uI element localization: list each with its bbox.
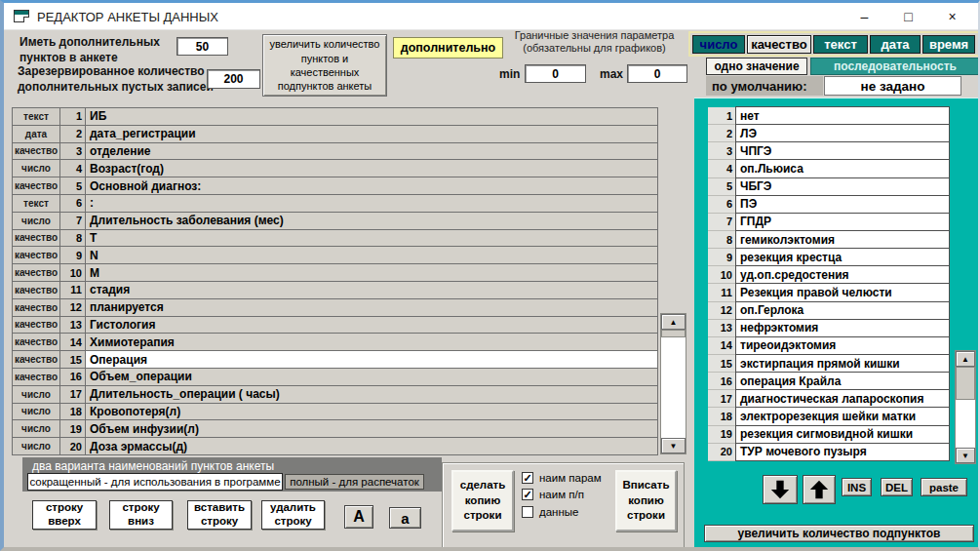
list-item[interactable]: 18электрорезекция шейки матки	[708, 408, 950, 425]
list-item[interactable]: 6ПЭ	[708, 196, 950, 214]
scroll-down-icon[interactable]: ▼	[661, 438, 686, 453]
row-name-cell[interactable]: Операция	[86, 351, 658, 369]
item-label-cell[interactable]: ЛЭ	[735, 124, 950, 142]
additional-button[interactable]: дополнительно	[393, 37, 503, 59]
item-label-cell[interactable]: нефрэктомия	[735, 319, 950, 337]
insert-subpoint-button[interactable]: INS	[842, 478, 872, 496]
item-label-cell[interactable]: Резекция правой челюсти	[735, 283, 950, 301]
table-row[interactable]: качество10М	[13, 264, 658, 282]
row-name-cell[interactable]: :	[86, 195, 658, 213]
item-label-cell[interactable]: тиреоидэктомия	[735, 336, 950, 355]
list-item[interactable]: 7ГПДР	[708, 214, 950, 231]
short-names-button[interactable]: сокращенный - для использования в програ…	[27, 473, 283, 491]
item-label-cell[interactable]: оп.Герлока	[735, 301, 950, 320]
sequence-button[interactable]: последовательность	[810, 58, 980, 75]
list-item[interactable]: 16операция Крайла	[708, 373, 950, 390]
row-name-cell[interactable]: Длительность_операции ( часы)	[86, 386, 658, 404]
minimize-button[interactable]: –	[843, 3, 886, 29]
scrollbar-thumb[interactable]	[956, 367, 975, 400]
row-type-cell[interactable]: качество	[13, 317, 60, 335]
checkbox-unchecked-icon[interactable]	[522, 506, 533, 518]
table-row[interactable]: качество16Объем_операции	[13, 369, 658, 386]
move-up-button[interactable]	[803, 475, 836, 504]
scrollbar-thumb[interactable]	[661, 330, 686, 337]
row-name-cell[interactable]: Возраст(год)	[86, 160, 658, 177]
row-name-cell[interactable]: Химиотерапия	[86, 334, 658, 351]
row-name-cell[interactable]: М	[86, 264, 658, 282]
row-name-cell[interactable]: Длительность заболевания (мес)	[86, 213, 658, 230]
table-row[interactable]: число18Кровопотеря(л)	[13, 404, 658, 421]
reserved-records-input[interactable]: 200	[207, 69, 260, 89]
row-up-button[interactable]: строку вверх	[32, 500, 97, 530]
list-item[interactable]: 19резекция сигмовидной кишки	[708, 426, 950, 444]
list-item[interactable]: 15экстирпация прямой кишки	[708, 355, 950, 373]
row-type-cell[interactable]: качество	[13, 369, 60, 386]
type-button-2[interactable]: качество	[747, 35, 811, 54]
delete-row-button[interactable]: удалить строку	[261, 500, 325, 530]
list-item[interactable]: 1нет	[708, 107, 950, 125]
list-item[interactable]: 17диагностическая лапароскопия	[708, 390, 950, 408]
table-row[interactable]: качество15Операция	[13, 351, 658, 369]
row-type-cell[interactable]: качество	[13, 282, 60, 299]
increase-points-button[interactable]: увеличить количество пунктов и качествен…	[262, 34, 387, 97]
item-label-cell[interactable]: диагностическая лапароскопия	[735, 389, 950, 408]
row-down-button[interactable]: строку вниз	[109, 500, 173, 530]
row-name-cell[interactable]: Объем_операции	[86, 369, 658, 386]
item-label-cell[interactable]: ТУР мочевого пузыря	[735, 443, 950, 461]
close-button[interactable]: ×	[930, 3, 974, 29]
row-type-cell[interactable]: качество	[13, 264, 60, 282]
item-label-cell[interactable]: резекция сигмовидной кишки	[735, 425, 950, 444]
row-name-cell[interactable]: отделение	[86, 143, 658, 161]
item-label-cell[interactable]: гемиколэктомия	[735, 230, 950, 249]
table-row[interactable]: число20Доза эрмассы(д)	[13, 438, 658, 455]
table-row[interactable]: число19Объем инфузии(л)	[13, 420, 658, 438]
row-type-cell[interactable]: число	[13, 386, 60, 404]
table-row[interactable]: качество3отделение	[13, 143, 658, 161]
list-item[interactable]: 13нефрэктомия	[708, 320, 950, 337]
row-name-cell[interactable]: Т	[86, 230, 658, 248]
row-name-cell[interactable]: Объем инфузии(л)	[86, 420, 658, 438]
row-type-cell[interactable]: качество	[13, 299, 60, 317]
table-row[interactable]: качество5Основной диагноз:	[13, 177, 658, 195]
checkbox-checked-icon[interactable]: ✓	[522, 472, 533, 484]
row-type-cell[interactable]: качество	[13, 143, 60, 161]
move-down-button[interactable]	[763, 475, 798, 504]
row-type-cell[interactable]: качество	[13, 247, 60, 264]
scrollbar-track[interactable]	[661, 337, 686, 438]
row-type-cell[interactable]: качество	[13, 230, 60, 248]
write-copy-button[interactable]: Вписать копию строки	[615, 470, 677, 531]
type-button-1[interactable]: число	[692, 35, 745, 54]
row-type-cell[interactable]: качество	[13, 177, 60, 195]
table-row[interactable]: качество8Т	[13, 230, 658, 248]
item-label-cell[interactable]: ЧБГЭ	[735, 177, 950, 196]
row-type-cell[interactable]: качество	[13, 351, 60, 369]
row-type-cell[interactable]: текст	[13, 195, 60, 213]
row-name-cell[interactable]: Доза эрмассы(д)	[86, 438, 658, 455]
row-type-cell[interactable]: число	[13, 420, 60, 438]
item-label-cell[interactable]: нет	[735, 106, 950, 125]
insert-row-button[interactable]: вставить строку	[187, 500, 252, 530]
item-label-cell[interactable]: электрорезекция шейки матки	[735, 407, 950, 425]
row-type-cell[interactable]: дата	[13, 126, 60, 143]
list-item[interactable]: 4оп.Льюиса	[708, 160, 950, 177]
make-copy-button[interactable]: сделать копию строки	[451, 470, 514, 531]
paste-button[interactable]: paste	[921, 478, 967, 496]
row-type-cell[interactable]: число	[13, 404, 60, 421]
single-value-button[interactable]: одно значение	[706, 58, 807, 75]
table-row[interactable]: число4Возраст(год)	[13, 160, 658, 177]
row-type-cell[interactable]: текст	[13, 108, 60, 126]
lowercase-button[interactable]: a	[389, 507, 421, 529]
additional-points-input[interactable]: 50	[176, 37, 228, 56]
delete-subpoint-button[interactable]: DEL	[881, 478, 913, 496]
list-item[interactable]: 12оп.Герлока	[708, 302, 950, 320]
row-name-cell[interactable]: планируется	[86, 299, 658, 317]
table-row[interactable]: качество11стадия	[13, 282, 658, 299]
row-type-cell[interactable]: число	[13, 160, 60, 177]
table-row[interactable]: качество13Гистология	[13, 317, 658, 335]
max-input[interactable]: 0	[627, 64, 687, 83]
table-row[interactable]: качество9N	[13, 247, 658, 264]
list-item[interactable]: 5ЧБГЭ	[708, 178, 950, 196]
row-name-cell[interactable]: стадия	[86, 282, 658, 299]
list-item[interactable]: 3ЧПГЭ	[708, 142, 950, 160]
list-item[interactable]: 14тиреоидэктомия	[708, 337, 950, 355]
